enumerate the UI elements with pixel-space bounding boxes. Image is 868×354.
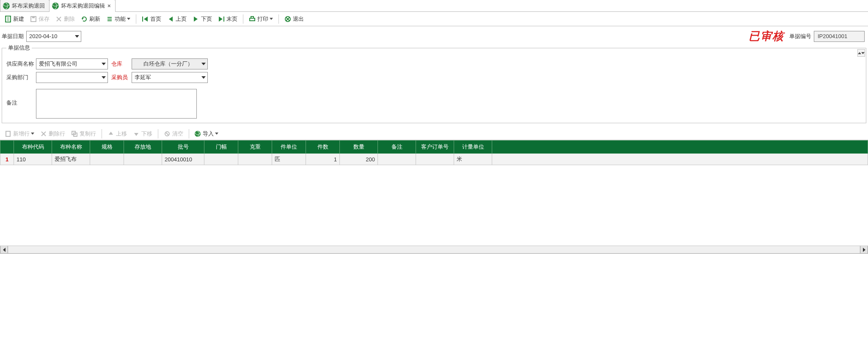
print-button[interactable]: 打印 — [246, 14, 276, 24]
col-header[interactable]: 件单位 — [272, 141, 306, 154]
svg-marker-15 — [194, 17, 198, 22]
col-header[interactable]: 规格 — [90, 141, 124, 154]
dept-select[interactable] — [36, 72, 108, 83]
col-header[interactable]: 布种代码 — [14, 141, 52, 154]
tab-return-edit[interactable]: 坏布采购退回编辑 × — [49, 0, 116, 11]
next-page-button[interactable]: 下页 — [190, 14, 215, 24]
separator — [189, 129, 189, 138]
docno-label: 单据编号 — [789, 33, 811, 40]
chevron-down-icon — [102, 63, 106, 65]
cell-spec[interactable] — [90, 154, 124, 165]
docno-value: IP20041001 — [818, 33, 847, 39]
toolbar-label: 新增行 — [13, 130, 30, 138]
globe-icon — [52, 3, 59, 9]
last-page-button[interactable]: 末页 — [215, 14, 240, 24]
last-icon — [218, 16, 225, 22]
cell-code[interactable]: 110 — [14, 154, 52, 165]
functions-button[interactable]: 功能 — [104, 14, 133, 24]
audit-stamp: 已审核 — [749, 29, 784, 44]
row-number: 1 — [0, 154, 14, 165]
cell-orderno[interactable] — [416, 154, 454, 165]
cell-loc[interactable] — [124, 154, 162, 165]
separator — [158, 129, 158, 138]
collapse-button[interactable] — [857, 49, 865, 57]
delete-icon — [40, 130, 47, 137]
cell-remark[interactable] — [378, 154, 416, 165]
col-header[interactable]: 计量单位 — [454, 141, 492, 154]
col-header[interactable]: 门幅 — [204, 141, 238, 154]
svg-marker-8 — [82, 18, 84, 20]
col-header[interactable]: 客户订单号 — [416, 141, 454, 154]
scroll-right-icon[interactable] — [860, 246, 868, 253]
cell-gram[interactable] — [238, 154, 272, 165]
toolbar-label: 上移 — [116, 130, 127, 138]
cell-width[interactable] — [204, 154, 238, 165]
cell-name[interactable]: 爱招飞布 — [52, 154, 90, 165]
tab-return[interactable]: 坏布采购退回 — [0, 0, 50, 11]
toolbar-label: 新建 — [13, 15, 24, 23]
col-header[interactable]: 存放地 — [124, 141, 162, 154]
toolbar-label: 下页 — [201, 15, 212, 23]
col-header[interactable]: 件数 — [306, 141, 340, 154]
refresh-button[interactable]: 刷新 — [78, 14, 103, 24]
cell-batch[interactable]: 200410010 — [162, 154, 204, 165]
cell-pieces[interactable]: 1 — [306, 154, 340, 165]
exit-button[interactable]: 退出 — [282, 14, 306, 24]
grid-toolbar: 新增行 删除行 复制行 上移 下移 清空 导入 — [0, 127, 868, 140]
cell-qty[interactable]: 200 — [340, 154, 378, 165]
supplier-select[interactable]: 爱招飞有限公司 — [36, 58, 108, 69]
corner-cell — [0, 141, 14, 154]
chevron-down-icon — [127, 18, 130, 20]
new-button[interactable]: 新建 — [2, 14, 27, 24]
cell-unit[interactable]: 米 — [454, 154, 492, 165]
scroll-left-icon[interactable] — [0, 246, 8, 253]
svg-marker-16 — [219, 17, 223, 22]
toolbar-label: 刷新 — [89, 15, 100, 23]
table-row[interactable]: 1 110 爱招飞布 200410010 匹 1 200 米 — [0, 154, 868, 165]
tab-label: 坏布采购退回编辑 — [61, 2, 105, 10]
col-header[interactable]: 备注 — [378, 141, 416, 154]
delrow-button[interactable]: 删除行 — [38, 129, 68, 139]
copy-icon — [71, 130, 78, 137]
clear-button[interactable]: 清空 — [161, 129, 186, 139]
import-button[interactable]: 导入 — [192, 129, 221, 139]
date-input[interactable]: 2020-04-10 — [26, 31, 81, 42]
toolbar-label: 导入 — [203, 130, 214, 138]
copyrow-button[interactable]: 复制行 — [69, 129, 99, 139]
print-icon — [249, 16, 256, 22]
save-button[interactable]: 保存 — [28, 14, 52, 24]
svg-marker-13 — [144, 17, 148, 22]
toolbar-label: 功能 — [115, 15, 126, 23]
close-icon[interactable]: × — [107, 3, 111, 9]
movedown-button[interactable]: 下移 — [130, 129, 155, 139]
moveup-button[interactable]: 上移 — [105, 129, 130, 139]
h-scrollbar[interactable] — [0, 246, 868, 254]
delete-button[interactable]: 删除 — [53, 14, 77, 24]
form-fieldset: 单据信息 供应商名称 爱招飞有限公司 仓库 白坯仓库（一分厂） 采购部门 采购员… — [2, 48, 866, 123]
col-header[interactable]: 克重 — [238, 141, 272, 154]
toolbar-label: 打印 — [257, 15, 268, 23]
dept-label: 采购部门 — [6, 74, 36, 81]
toolbar-label: 清空 — [172, 130, 183, 138]
first-page-button[interactable]: 首页 — [139, 14, 164, 24]
col-header[interactable]: 数量 — [340, 141, 378, 154]
warehouse-select[interactable]: 白坯仓库（一分厂） — [132, 58, 208, 69]
buyer-select[interactable]: 李延军 — [132, 72, 208, 83]
arrow-down-icon — [133, 130, 140, 137]
data-grid[interactable]: 布种代码 布种名称 规格 存放地 批号 门幅 克重 件单位 件数 数量 备注 客… — [0, 140, 868, 165]
remark-textarea[interactable] — [36, 89, 197, 119]
scroll-track[interactable] — [8, 246, 860, 253]
toolbar-label: 下移 — [141, 130, 152, 138]
grid-area[interactable]: 布种代码 布种名称 规格 存放地 批号 门幅 克重 件单位 件数 数量 备注 客… — [0, 140, 868, 246]
toolbar-label: 删除 — [64, 15, 75, 23]
col-header[interactable]: 布种名称 — [52, 141, 90, 154]
col-header[interactable]: 批号 — [162, 141, 204, 154]
prev-page-button[interactable]: 上页 — [165, 14, 189, 24]
svg-rect-5 — [32, 17, 35, 18]
addrow-button[interactable]: 新增行 — [2, 129, 37, 139]
cell-pieceunit[interactable]: 匹 — [272, 154, 306, 165]
separator — [243, 14, 243, 24]
supplier-label: 供应商名称 — [6, 60, 36, 68]
tab-label: 坏布采购退回 — [12, 2, 45, 10]
main-toolbar: 新建 保存 删除 刷新 功能 首页 上页 — [0, 12, 868, 26]
